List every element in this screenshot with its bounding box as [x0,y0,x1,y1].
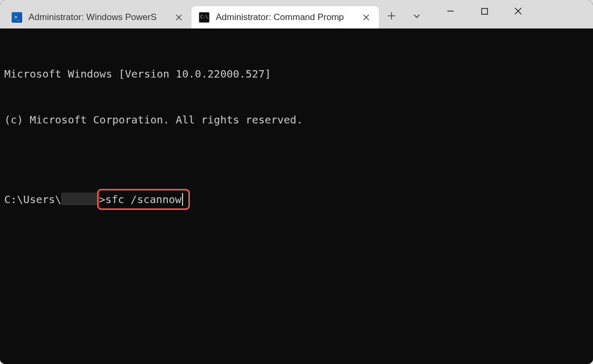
prompt-gt: > [99,192,105,207]
close-icon [514,7,522,15]
minimize-button[interactable] [434,0,467,22]
tab-command-prompt[interactable]: Administrator: Command Promp [192,6,379,28]
close-icon [363,14,369,21]
prompt-line: C:\Users\ > sfc /scannow [4,189,589,210]
close-icon [176,14,182,21]
tab-row: Administrator: Windows PowerS Administra… [4,0,379,28]
svg-rect-7 [482,8,487,14]
powershell-icon [12,12,22,23]
terminal-output-line: (c) Microsoft Corporation. All rights re… [4,112,589,128]
prompt-path: C:\Users\ [4,192,61,207]
tab-dropdown-button[interactable] [404,5,429,26]
close-window-button[interactable] [501,0,535,22]
redacted-username [61,193,98,205]
window-controls [434,0,535,28]
chevron-down-icon [413,12,421,20]
tab-close-button[interactable] [171,10,186,25]
maximize-icon [481,8,488,15]
terminal-output-line: Microsoft Windows [Version 10.0.22000.52… [4,66,589,82]
terminal-body[interactable]: Microsoft Windows [Version 10.0.22000.52… [0,28,593,364]
cmd-icon [199,12,209,23]
command-highlight-box: > sfc /scannow [97,189,190,210]
text-cursor [182,193,183,206]
typed-command: sfc /scannow [105,192,181,207]
minimize-icon [447,7,454,15]
tab-powershell[interactable]: Administrator: Windows PowerS [4,6,192,28]
tab-title: Administrator: Command Promp [216,12,352,23]
new-tab-button[interactable] [379,5,404,26]
maximize-button[interactable] [467,0,501,22]
titlebar: Administrator: Windows PowerS Administra… [0,0,593,28]
tab-title: Administrator: Windows PowerS [28,12,165,23]
tab-close-button[interactable] [359,10,374,25]
plus-icon [387,12,396,20]
terminal-window: Administrator: Windows PowerS Administra… [0,0,593,364]
